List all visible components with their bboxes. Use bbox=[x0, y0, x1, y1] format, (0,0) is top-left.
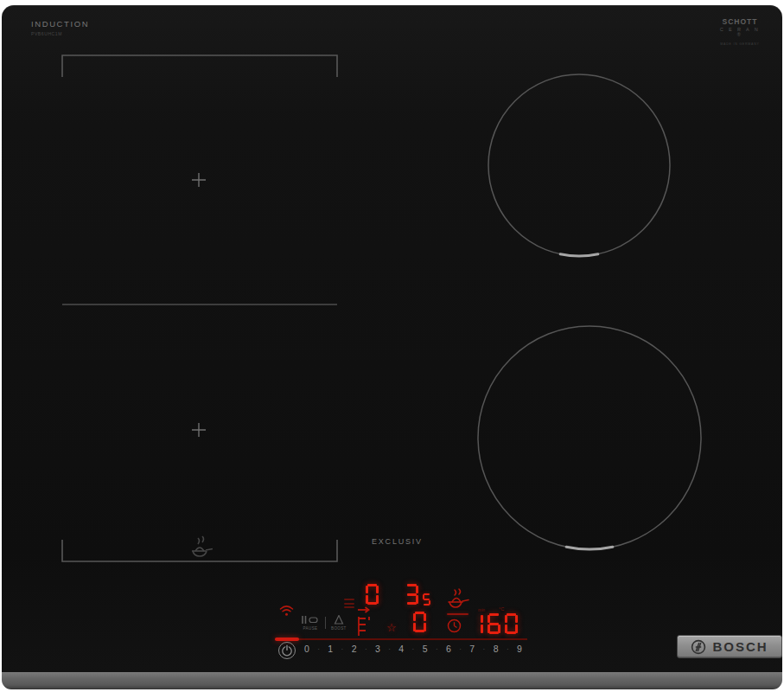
power-level-separator: · bbox=[459, 645, 462, 653]
power-level-5[interactable]: 5 bbox=[423, 644, 428, 654]
power-level-separator: · bbox=[341, 645, 344, 653]
zone-level-b-main bbox=[403, 584, 420, 608]
power-level-9[interactable]: 9 bbox=[517, 644, 522, 654]
power-slider-active-segment bbox=[275, 638, 299, 641]
star-icon: ☆ bbox=[386, 621, 397, 634]
power-level-separator: · bbox=[507, 645, 509, 653]
degrees-unit-label: °C bbox=[499, 606, 504, 612]
power-level-7[interactable]: 7 bbox=[469, 644, 475, 654]
power-level-separator: · bbox=[412, 645, 415, 653]
pan-move-indicator-icon bbox=[354, 606, 375, 638]
boost-icon bbox=[334, 615, 344, 625]
zone-level-display-c bbox=[411, 612, 428, 632]
zone-level-display-a bbox=[363, 584, 380, 605]
induction-cooktop: INDUCTION PVB6UHC1M SCHOTT C E R A N ® M… bbox=[0, 0, 784, 692]
zone-level-display-b bbox=[403, 584, 431, 608]
power-level-6[interactable]: 6 bbox=[446, 644, 451, 654]
model-number: PVB6UHC1M bbox=[31, 31, 62, 36]
power-level-separator: · bbox=[388, 645, 391, 653]
aux-key-divider bbox=[325, 617, 326, 629]
power-level-8[interactable]: 8 bbox=[494, 644, 499, 654]
clock-icon[interactable] bbox=[447, 618, 462, 633]
front-trim bbox=[2, 672, 782, 689]
power-slider-track[interactable] bbox=[275, 638, 527, 640]
boost-key[interactable]: BOOST bbox=[331, 615, 347, 631]
power-standby-icon bbox=[281, 644, 293, 657]
menu-lines-icon bbox=[344, 599, 354, 608]
power-level-2[interactable]: 2 bbox=[352, 644, 357, 654]
glass-brand-line1: SCHOTT bbox=[719, 17, 761, 26]
bosch-armature-icon bbox=[691, 639, 706, 655]
power-level-0[interactable]: 0 bbox=[304, 644, 309, 654]
wifi-icon[interactable] bbox=[279, 605, 294, 617]
power-level-separator: · bbox=[317, 645, 320, 653]
power-level-separator: · bbox=[436, 645, 438, 653]
temperature-display bbox=[468, 613, 519, 634]
power-level-1[interactable]: 1 bbox=[328, 644, 333, 654]
power-level-separator: · bbox=[483, 645, 486, 653]
aux-key-group: PAUSE BOOST bbox=[301, 615, 347, 631]
power-level-separator: · bbox=[365, 645, 367, 653]
power-button[interactable] bbox=[278, 642, 296, 659]
pause-key[interactable]: PAUSE bbox=[301, 615, 320, 631]
glass-brand-mark: SCHOTT C E R A N ® MADE IN GERMANY bbox=[719, 17, 761, 46]
pause-icon bbox=[301, 615, 320, 625]
power-level-row: 0·1·2·3·4·5·6·7·8·9 bbox=[304, 644, 522, 654]
power-level-4[interactable]: 4 bbox=[398, 644, 404, 654]
power-level-3[interactable]: 3 bbox=[375, 644, 380, 654]
boost-key-label: BOOST bbox=[331, 626, 347, 631]
minutes-unit-label: min bbox=[478, 607, 485, 612]
pause-key-label: PAUSE bbox=[303, 626, 318, 631]
type-label: INDUCTION bbox=[31, 19, 89, 29]
bosch-logo-text: BOSCH bbox=[712, 639, 768, 654]
bosch-logo-badge: BOSCH bbox=[677, 635, 782, 658]
fry-sensor-underline bbox=[447, 613, 468, 615]
glass-surface bbox=[2, 5, 782, 672]
series-label: EXCLUSIV bbox=[372, 537, 423, 546]
glass-brand-line3: MADE IN GERMANY bbox=[719, 42, 761, 46]
frying-pan-icon[interactable] bbox=[446, 587, 470, 610]
glass-brand-line2: C E R A N ® bbox=[719, 27, 761, 37]
zone-level-b-half-step bbox=[422, 593, 431, 609]
